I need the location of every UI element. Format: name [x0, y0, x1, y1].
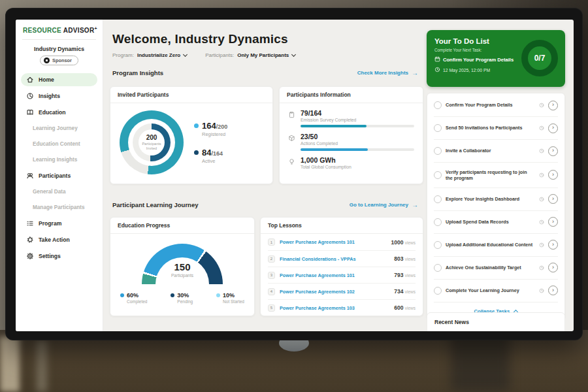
lesson-link[interactable]: Power Purchase Agreements 103 — [280, 305, 389, 311]
invited-total: 200 — [146, 134, 157, 141]
program-name: Industry Dynamics — [16, 46, 103, 52]
arrow-right-icon: → — [412, 70, 418, 76]
legend-value: 10% — [223, 292, 244, 299]
not-started-dot — [216, 293, 220, 297]
task-go-button[interactable]: › — [548, 101, 558, 110]
legend-active: 84/164 Active — [194, 148, 227, 164]
todo-task-row[interactable]: Send 50 Invitations to Participants › — [434, 117, 558, 140]
task-go-button[interactable]: › — [548, 240, 558, 250]
app-logo: RESOURCE ADVISOR+ — [22, 20, 96, 40]
card-title: Participants Information — [280, 87, 423, 103]
task-checkbox[interactable] — [434, 101, 442, 109]
go-to-learning-journey-link[interactable]: Go to Learning Journey → — [350, 202, 418, 208]
task-checkbox[interactable] — [434, 171, 442, 179]
todo-task-row[interactable]: Explore Your Insights Dashboard › — [434, 188, 558, 211]
active-value: 84 — [202, 148, 211, 157]
legend-completed: 60% Completed — [120, 292, 147, 304]
task-checkbox[interactable] — [434, 124, 442, 132]
participants-filter-label: Participants: — [205, 52, 234, 58]
clock-icon — [539, 125, 544, 131]
todo-task-row[interactable]: Upload Spend Data Records › — [434, 211, 558, 234]
sidebar-item-learning-journey[interactable]: Learning Journey — [21, 122, 97, 134]
task-go-button[interactable]: › — [548, 170, 558, 180]
check-more-insights-link[interactable]: Check More Insights → — [357, 70, 418, 76]
take-action-icon — [26, 236, 34, 244]
chevron-down-icon — [183, 52, 188, 56]
gauge-center: 150 Participants — [142, 261, 223, 278]
lesson-row: 2 Financial Considerations - VPPAs 803 v… — [268, 250, 416, 267]
sidebar-item-take-action[interactable]: Take Action — [21, 233, 97, 246]
todo-progress-value: 0/7 — [534, 54, 546, 63]
todo-task-row[interactable]: Upload Additional Educational Content › — [434, 234, 558, 257]
sidebar-item-education[interactable]: Education — [21, 106, 97, 119]
todo-progress-ring: 0/7 — [521, 40, 558, 76]
registered-label: Registered — [202, 131, 227, 137]
lesson-link[interactable]: Power Purchase Agreements 101 — [280, 239, 387, 245]
sidebar-item-label: Home — [39, 76, 54, 83]
task-go-button[interactable]: › — [548, 286, 558, 295]
program-filter[interactable]: Program: Industrialize Zero — [112, 52, 187, 58]
link-label: Check More Insights — [357, 70, 408, 76]
task-checkbox[interactable] — [434, 195, 442, 203]
progress-bar — [301, 125, 414, 127]
todo-task-row[interactable]: Verify participants requesting to join t… — [434, 163, 558, 188]
active-dot — [194, 150, 199, 155]
todo-task-row[interactable]: Confirm Your Program Details › — [434, 94, 558, 117]
participants-filter[interactable]: Participants: Only My Participants — [205, 52, 295, 58]
task-go-button[interactable]: › — [548, 217, 558, 227]
gauge-value: 150 — [142, 261, 223, 272]
gauge-label: Participants — [142, 273, 223, 278]
sidebar-item-participants[interactable]: Participants — [21, 169, 97, 182]
arrow-right-icon: → — [412, 202, 418, 208]
sidebar-item-general-data[interactable]: General Data — [21, 186, 97, 197]
lesson-views: 600 — [394, 304, 403, 311]
stat-value: 23/50 — [301, 133, 414, 140]
todo-due-label: 12 May 2025, 12:00 PM — [443, 68, 490, 73]
legend-not-started: 10% Not Started — [216, 292, 244, 304]
registered-total: /200 — [216, 123, 228, 130]
donut-center: 200 Participants Invited — [137, 127, 167, 157]
sidebar-item-learning-insights[interactable]: Learning Insights — [21, 154, 97, 165]
task-checkbox[interactable] — [434, 218, 442, 226]
task-checkbox[interactable] — [434, 241, 442, 249]
sidebar-item-settings[interactable]: Settings — [21, 250, 97, 263]
lesson-link[interactable]: Financial Considerations - VPPAs — [280, 256, 389, 262]
todo-next-task: Confirm Your Program Details — [434, 56, 523, 63]
sidebar-item-manage-participants[interactable]: Manage Participants — [21, 201, 97, 213]
lesson-row: 5 Power Purchase Agreements 103 600 view… — [268, 299, 416, 316]
calendar-icon — [434, 56, 440, 63]
registered-dot — [194, 123, 199, 128]
task-checkbox[interactable] — [434, 264, 442, 272]
views-suffix: views — [405, 273, 416, 278]
invited-participants-body: 200 Participants Invited 164/200 Registe… — [110, 103, 272, 181]
task-label: Confirm Your Program Details — [446, 102, 535, 108]
sidebar: RESOURCE ADVISOR+ Industry Dynamics Spon… — [16, 20, 103, 331]
lesson-row: 3 Power Purchase Agreements 101 793 view… — [268, 267, 416, 283]
sidebar-item-program[interactable]: Program — [21, 217, 97, 230]
task-go-button[interactable]: › — [548, 263, 558, 272]
education-icon — [26, 108, 34, 116]
sidebar-item-education-content[interactable]: Education Content — [21, 138, 97, 150]
task-label: Explore Your Insights Dashboard — [446, 196, 535, 202]
sidebar-item-home[interactable]: Home — [21, 73, 97, 86]
task-go-button[interactable]: › — [548, 194, 558, 204]
section-title: Participant Learning Journey — [112, 201, 198, 208]
stat-value: 79/164 — [301, 109, 414, 117]
task-go-button[interactable]: › — [548, 123, 558, 133]
legend-label: Completed — [127, 299, 147, 304]
todo-task-row[interactable]: Achieve One Sustainability Target › — [434, 257, 558, 280]
background-light-strip — [0, 336, 20, 392]
clock-icon — [434, 67, 440, 73]
todo-task-row[interactable]: Complete Your Learning Journey › — [434, 280, 558, 302]
task-checkbox[interactable] — [434, 287, 442, 295]
legend-value: 30% — [177, 292, 193, 299]
lesson-link[interactable]: Power Purchase Agreements 101 — [280, 272, 389, 278]
task-go-button[interactable]: › — [548, 146, 558, 156]
task-checkbox[interactable] — [434, 147, 442, 155]
todo-task-row[interactable]: Invite a Collaborator › — [434, 140, 558, 163]
legend-label: Not Started — [223, 299, 244, 304]
sidebar-item-insights[interactable]: Insights — [21, 90, 97, 103]
invited-donut-chart: 200 Participants Invited — [120, 110, 184, 174]
views-suffix: views — [405, 306, 416, 310]
lesson-link[interactable]: Power Purchase Agreements 102 — [280, 289, 389, 295]
